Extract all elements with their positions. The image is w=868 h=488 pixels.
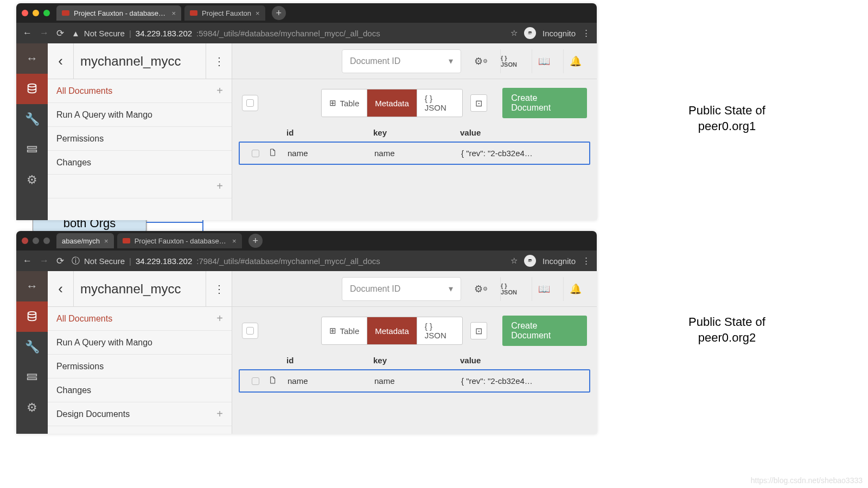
maximize-window-icon[interactable] [43,237,50,244]
new-tab-button[interactable]: + [248,234,263,248]
minimize-window-icon[interactable] [33,237,39,244]
row-checkbox[interactable] [252,377,259,385]
row-key: name [374,149,461,158]
incognito-icon [524,27,536,39]
view-table-button[interactable]: ⊞Table [322,317,367,344]
back-button[interactable]: ‹ [48,271,74,306]
star-icon[interactable]: ☆ [510,256,518,266]
tab-label: Project Fauxton [202,9,251,17]
browser-tab[interactable]: Project Fauxton - database/mych × [117,233,242,248]
browser-tab[interactable]: Project Fauxton × [184,5,265,21]
sidebar-item-design-docs[interactable]: Design Documents + [48,402,232,426]
reload-icon[interactable]: ⟳ [56,28,64,39]
url-field[interactable]: ▲ Not Secure | 34.229.183.202:5984/_util… [72,29,503,38]
rail-expand-icon[interactable]: ↔ [16,43,48,74]
dropdown-label: Document ID [350,284,400,294]
sidebar-item-permissions[interactable]: Permissions [48,355,232,378]
query-options-icon[interactable]: ⚙⚙ [469,277,493,301]
sidebar-item-mango[interactable]: Run A Query with Mango [48,103,232,127]
notifications-icon[interactable]: 🔔 [563,49,587,73]
sidebar-item-changes[interactable]: Changes [48,151,232,175]
table-row[interactable]: name name { "rev": "2-cb32e4… [239,369,590,393]
info-icon: ⓘ [72,256,80,266]
sidebar-nav: All Documents + Run A Query with Mango P… [48,307,232,426]
add-icon[interactable]: + [216,85,223,97]
nav-forward-icon[interactable]: → [40,28,49,38]
rail-setup-icon[interactable]: 🔧 [16,332,48,362]
view-metadata-button[interactable]: Metadata [367,89,417,117]
json-view-icon[interactable]: { } JSON [500,49,524,73]
create-document-button[interactable]: Create Document [502,316,587,346]
include-docs-toggle[interactable]: ⊡ [470,322,488,339]
sidebar-item-label: All Documents [56,314,112,324]
add-icon[interactable]: + [216,408,223,420]
close-tab-icon[interactable]: × [232,237,237,245]
nav-forward-icon[interactable]: → [40,255,49,266]
create-document-button[interactable]: Create Document [502,88,587,118]
address-bar: ← → ⟳ ▲ Not Secure | 34.229.183.202:5984… [16,23,597,43]
table-icon: ⊞ [329,98,336,108]
db-menu-button[interactable]: ⋮ [206,271,232,306]
main-panel: Document ID ▾ ⚙⚙ { } JSON 📖 🔔 ⊞Table Met… [232,43,597,220]
column-id: id [286,128,373,137]
rail-expand-icon[interactable]: ↔ [16,271,48,301]
svg-rect-1 [28,146,37,148]
docs-icon[interactable]: 📖 [532,277,556,301]
browser-tab-active[interactable]: Project Fauxton - database/mych × [56,5,181,21]
close-tab-icon[interactable]: × [104,237,108,245]
document-id-dropdown[interactable]: Document ID ▾ [342,49,461,73]
db-menu-button[interactable]: ⋮ [206,43,232,79]
close-tab-icon[interactable]: × [171,9,176,17]
back-button[interactable]: ‹ [48,43,74,79]
rail-replication-icon[interactable] [16,134,48,165]
new-tab-button[interactable]: + [272,6,286,20]
include-docs-toggle[interactable]: ⊡ [470,94,488,112]
view-metadata-button[interactable]: Metadata [367,317,417,344]
close-tab-icon[interactable]: × [256,9,260,17]
rail-databases-icon[interactable] [16,301,48,332]
row-checkbox[interactable] [252,150,259,157]
notifications-icon[interactable]: 🔔 [563,277,587,301]
maximize-window-icon[interactable] [43,10,50,16]
close-window-icon[interactable] [22,10,28,16]
query-options-icon[interactable]: ⚙⚙ [469,49,493,73]
docs-icon[interactable]: 📖 [532,49,556,73]
browser-menu-icon[interactable]: ⋮ [582,256,590,266]
sidebar-item-permissions[interactable]: Permissions [48,127,232,151]
document-id-dropdown[interactable]: Document ID ▾ [342,277,461,301]
select-all-checkbox[interactable] [242,95,258,111]
sidebar-item-all-documents[interactable]: All Documents + [48,79,232,103]
browser-menu-icon[interactable]: ⋮ [582,28,590,38]
sidebar-item-label: Design Documents [56,409,130,419]
json-view-icon[interactable]: { } JSON [500,277,524,301]
star-icon[interactable]: ☆ [510,28,518,38]
minimize-window-icon[interactable] [33,10,39,16]
rail-databases-icon[interactable] [16,74,48,104]
nav-back-icon[interactable]: ← [23,28,32,38]
rail-setup-icon[interactable]: 🔧 [16,104,48,134]
row-id: name [288,376,374,386]
rail-config-icon[interactable]: ⚙ [16,393,48,423]
nav-back-icon[interactable]: ← [23,255,32,266]
view-json-button[interactable]: { } JSON [417,317,462,344]
browser-tab-active[interactable]: abase/mych × [56,233,114,248]
reload-icon[interactable]: ⟳ [56,255,64,267]
annotation-org1: Public State of peer0.org1 [656,103,797,134]
rail-config-icon[interactable]: ⚙ [16,165,48,195]
column-value: value [460,128,587,137]
close-window-icon[interactable] [22,237,28,244]
sidebar-item-mango[interactable]: Run A Query with Mango [48,331,232,355]
add-icon[interactable]: + [216,180,223,192]
not-secure-label: Not Secure [84,29,125,38]
view-json-button[interactable]: { } JSON [417,89,462,117]
sidebar-item-design-docs[interactable]: + [48,175,232,198]
database-name: mychannel_mycc [74,281,206,297]
view-table-button[interactable]: ⊞Table [322,89,367,117]
table-row[interactable]: name name { "rev": "2-cb32e4… [239,142,590,165]
add-icon[interactable]: + [216,312,223,325]
rail-replication-icon[interactable] [16,362,48,393]
select-all-checkbox[interactable] [242,323,258,339]
sidebar-item-changes[interactable]: Changes [48,378,232,402]
sidebar-item-all-documents[interactable]: All Documents + [48,307,232,331]
url-field[interactable]: ⓘ Not Secure | 34.229.183.202:7984/_util… [72,256,503,266]
